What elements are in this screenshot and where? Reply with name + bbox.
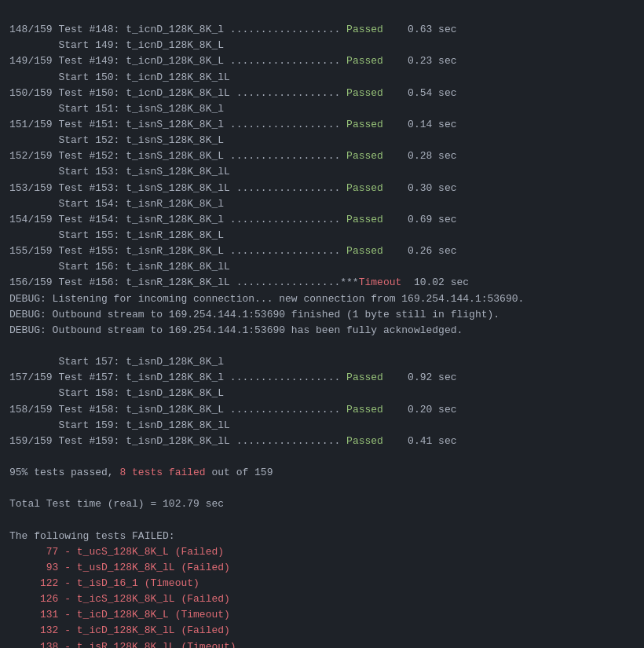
line-start-157: Start 157: t_isnD_128K_8K_l	[9, 356, 224, 368]
status-154: Passed	[346, 214, 383, 225]
status-159: Passed	[346, 435, 383, 447]
failed-test-93: 93 - t_usD_128K_8K_lL (Failed)	[9, 562, 230, 573]
failed-test-132: 132 - t_icD_128K_8K_lL (Failed)	[9, 624, 230, 636]
line-156: 156/159 Test #156: t_isnR_128K_8K_lL ...…	[9, 276, 469, 288]
line-start-156: Start 156: t_isnR_128K_8K_lL	[9, 261, 230, 273]
line-start-153: Start 153: t_isnS_128K_8K_lL	[9, 166, 230, 178]
status-151: Passed	[346, 119, 383, 130]
line-158: 158/159 Test #158: t_isnD_128K_8K_L ....…	[9, 404, 457, 416]
failed-header: The following tests FAILED:	[9, 530, 175, 542]
status-158: Passed	[346, 404, 383, 416]
debug-line-2: DEBUG: Outbound stream to 169.254.144.1:…	[9, 309, 499, 320]
line-start-150: Start 150: t_icnD_128K_8K_lL	[9, 71, 230, 83]
line-start-152: Start 152: t_isnS_128K_8K_L	[9, 134, 224, 146]
status-148: Passed	[346, 24, 383, 35]
line-148: 148/159 Test #148: t_icnD_128K_8K_l ....…	[9, 24, 457, 35]
line-start-159: Start 159: t_isnD_128K_8K_lL	[9, 419, 230, 431]
status-153: Passed	[346, 182, 383, 194]
terminal-output: 148/159 Test #148: t_icnD_128K_8K_l ....…	[9, 6, 635, 648]
line-159: 159/159 Test #159: t_isnD_128K_8K_lL ...…	[9, 435, 457, 447]
line-152: 152/159 Test #152: t_isnS_128K_8K_L ....…	[9, 150, 457, 162]
line-154: 154/159 Test #154: t_isnR_128K_8K_l ....…	[9, 214, 457, 225]
line-157: 157/159 Test #157: t_isnD_128K_8K_l ....…	[9, 372, 457, 383]
failed-test-138: 138 - t_isR_128K_8K_lL (Timeout)	[9, 641, 236, 648]
line-start-158: Start 158: t_isnD_128K_8K_L	[9, 387, 224, 399]
failed-test-131: 131 - t_icD_128K_8K_L (Timeout)	[9, 609, 230, 621]
line-149: 149/159 Test #149: t_icnD_128K_8K_L ....…	[9, 55, 457, 67]
status-157: Passed	[346, 372, 383, 383]
failed-test-77: 77 - t_ucS_128K_8K_L (Failed)	[9, 546, 224, 558]
line-start-154: Start 154: t_isnR_128K_8K_l	[9, 198, 224, 210]
debug-line-3: DEBUG: Outbound stream to 169.254.144.1:…	[9, 324, 463, 336]
line-start-151: Start 151: t_isnS_128K_8K_l	[9, 103, 224, 115]
status-152: Passed	[346, 150, 383, 162]
line-start-149: Start 149: t_icnD_128K_8K_L	[9, 39, 224, 51]
debug-line-1: DEBUG: Listening for incoming connection…	[9, 293, 524, 305]
summary-line: 95% tests passed, 8 tests failed out of …	[9, 467, 273, 478]
total-time: Total Test time (real) = 102.79 sec	[9, 498, 224, 510]
failed-test-122: 122 - t_isD_16_1 (Timeout)	[9, 577, 199, 589]
line-155: 155/159 Test #155: t_isnR_128K_8K_L ....…	[9, 245, 457, 257]
line-153: 153/159 Test #153: t_isnS_128K_8K_lL ...…	[9, 182, 457, 194]
status-155: Passed	[346, 245, 383, 257]
summary-suffix: out of 159	[206, 467, 273, 478]
line-151: 151/159 Test #151: t_isnS_128K_8K_l ....…	[9, 119, 457, 130]
status-149: Passed	[346, 55, 383, 67]
status-156: Timeout	[359, 276, 402, 288]
summary-pass-text: 95% tests passed,	[9, 467, 119, 478]
status-150: Passed	[346, 87, 383, 99]
failed-test-126: 126 - t_icS_128K_8K_lL (Failed)	[9, 593, 230, 605]
line-start-155: Start 155: t_isnR_128K_8K_L	[9, 229, 224, 241]
summary-fail-text: 8 tests failed	[119, 467, 205, 478]
line-150: 150/159 Test #150: t_icnD_128K_8K_lL ...…	[9, 87, 457, 99]
